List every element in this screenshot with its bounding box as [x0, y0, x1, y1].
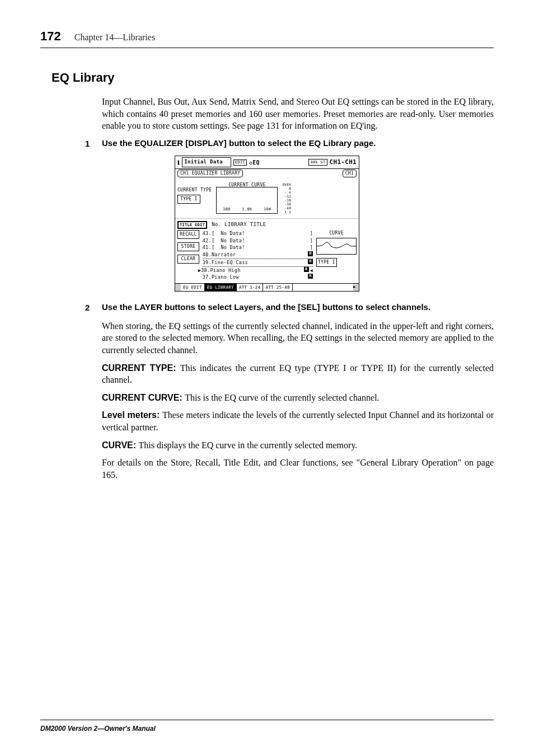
- tab-eq-edit[interactable]: EQ EDIT: [181, 284, 205, 291]
- screen-current-section: CURRENT TYPE TYPE I CURRENT CURVE 100 1.…: [175, 178, 359, 219]
- step-text: Use the EQUALIZER [DISPLAY] button to se…: [102, 138, 376, 151]
- param-desc: This is the EQ curve of the currently se…: [185, 393, 379, 402]
- screen-subtitle: CH1 EQUALIZER LIBRARY CH1: [175, 169, 359, 178]
- readonly-badge: R: [308, 251, 313, 256]
- section-title: EQ Library: [51, 68, 494, 87]
- titlebar-khz: 48k ST: [308, 159, 327, 166]
- chapter-title: Chapter 14—Libraries: [74, 31, 155, 44]
- recall-button[interactable]: RECALL: [177, 230, 199, 239]
- step-text: Use the LAYER buttons to select Layers, …: [102, 302, 430, 314]
- page-header: 172 Chapter 14—Libraries: [40, 27, 494, 48]
- screen-tabs: EQ EDIT EQ LIBRARY ATT 1-24 ATT 25-48 ▶: [175, 283, 359, 291]
- page-footer: DM2000 Version 2—Owner's Manual: [40, 720, 494, 734]
- library-preview: CURVE TYPE I: [316, 230, 357, 281]
- preview-curve-graph: [316, 238, 357, 255]
- current-type-block: CURRENT TYPE TYPE I: [177, 181, 212, 214]
- list-item[interactable]: 43.[ No Data!]: [203, 230, 313, 237]
- store-button[interactable]: STORE: [177, 242, 199, 251]
- meter-label: -48: [282, 206, 291, 210]
- preview-curve-label: CURVE: [316, 230, 357, 237]
- meter-label: 0: [282, 186, 291, 190]
- param-name: Level meters:: [102, 410, 162, 420]
- titlebar-edit: EDIT: [233, 159, 247, 166]
- titlebar-eq: ◇EQ: [249, 158, 260, 167]
- readonly-badge: R: [308, 259, 313, 264]
- meter-cols: 1 2: [282, 210, 291, 214]
- meter-label: -30: [282, 202, 291, 206]
- library-list[interactable]: 43.[ No Data!] 42.[ No Data!] 41.[ No Da…: [203, 230, 313, 281]
- list-item[interactable]: 39.Fine-EQ CassR: [203, 259, 313, 266]
- meter-label: -12: [282, 194, 291, 198]
- step-2: 2 Use the LAYER buttons to select Layers…: [85, 302, 494, 314]
- page-number: 172: [40, 27, 61, 45]
- clear-button[interactable]: CLEAR: [177, 255, 199, 264]
- list-item[interactable]: 41.[ No Data!]: [203, 244, 313, 251]
- list-item-selected[interactable]: ▶38.Piano HighR◀: [203, 266, 313, 274]
- readonly-badge: R: [308, 274, 313, 279]
- list-header: No. LIBRARY TITLE: [212, 221, 266, 229]
- curve-ticks: 100 1.0K 10K: [217, 206, 277, 213]
- param-name: CURVE:: [102, 440, 139, 450]
- library-buttons: RECALL STORE CLEAR: [177, 230, 199, 281]
- titlebar-i-icon: ℹ: [177, 158, 180, 167]
- screen-library-section: TITLE EDIT No. LIBRARY TITLE RECALL STOR…: [175, 219, 359, 283]
- meter-label: -18: [282, 198, 291, 202]
- step-number: 2: [85, 302, 102, 314]
- subtitle-left: CH1 EQUALIZER LIBRARY: [177, 170, 243, 177]
- tick: 10K: [264, 206, 271, 213]
- current-type-label: CURRENT TYPE: [177, 187, 212, 194]
- current-curve-label: CURRENT CURVE: [217, 182, 277, 189]
- current-type-value: TYPE I: [177, 195, 200, 204]
- closing-paragraph: For details on the Store, Recall, Title …: [102, 457, 494, 481]
- subtitle-right: CH1: [343, 170, 357, 177]
- eq-library-screen: ℹ Initial Data EDIT ◇EQ 48k ST CH1-CH1 C…: [175, 156, 359, 292]
- readonly-badge: R: [304, 267, 309, 272]
- library-header: TITLE EDIT No. LIBRARY TITLE: [177, 221, 357, 229]
- param-level-meters: Level meters: These meters indicate the …: [102, 409, 494, 433]
- param-current-curve: CURRENT CURVE: This is the EQ curve of t…: [102, 392, 494, 404]
- list-item[interactable]: 42.[ No Data!]: [203, 237, 313, 245]
- tab-eq-library[interactable]: EQ LIBRARY: [205, 284, 237, 291]
- titlebar-initial: Initial Data: [182, 157, 231, 167]
- list-item[interactable]: 37.Piano LowR: [203, 274, 313, 281]
- list-item[interactable]: 40.NarratorR: [203, 251, 313, 259]
- title-edit-button[interactable]: TITLE EDIT: [177, 221, 207, 229]
- tick: 1.0K: [242, 206, 252, 213]
- param-name: CURRENT TYPE:: [102, 363, 180, 373]
- screen-titlebar: ℹ Initial Data EDIT ◇EQ 48k ST CH1-CH1: [175, 156, 359, 169]
- meter-label: - 6: [282, 190, 291, 194]
- preview-type: TYPE I: [316, 258, 337, 267]
- step-1: 1 Use the EQUALIZER [DISPLAY] button to …: [85, 138, 494, 151]
- step-2-body: When storing, the EQ settings of the cur…: [102, 320, 494, 356]
- titlebar-channel: CH1-CH1: [330, 158, 357, 167]
- tick: 100: [223, 206, 231, 213]
- step-number: 1: [85, 138, 102, 151]
- tab-att-1-24[interactable]: ATT 1-24: [237, 284, 264, 291]
- current-curve-graph: CURRENT CURVE 100 1.0K 10K: [216, 187, 278, 214]
- param-curve: CURVE: This displays the EQ curve in the…: [102, 439, 494, 452]
- param-desc: This displays the EQ curve in the curren…: [139, 440, 358, 450]
- level-meters: OVER 0 - 6 -12 -18 -30 -48 1 2: [282, 181, 291, 214]
- intro-paragraph: Input Channel, Bus Out, Aux Send, Matrix…: [102, 96, 494, 132]
- meter-label: OVER: [282, 182, 291, 186]
- param-current-type: CURRENT TYPE: This indicates the current…: [102, 362, 494, 386]
- tab-att-25-48[interactable]: ATT 25-48: [263, 284, 292, 291]
- param-name: CURRENT CURVE:: [102, 393, 185, 402]
